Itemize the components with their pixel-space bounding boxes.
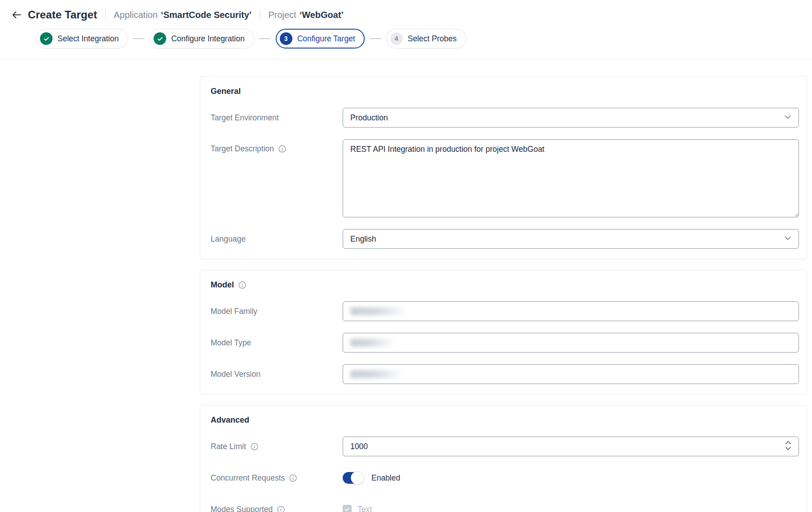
- info-icon[interactable]: [250, 442, 259, 451]
- step-label: Configure Target: [297, 34, 355, 44]
- mode-text-checkbox[interactable]: [343, 505, 352, 512]
- step-connector: [133, 38, 145, 39]
- breadcrumb-application: Application ‘SmartCode Security’: [114, 10, 252, 20]
- model-family-input[interactable]: [343, 301, 799, 321]
- step-label: Select Probes: [408, 34, 457, 44]
- breadcrumb-value: ‘SmartCode Security’: [161, 10, 252, 20]
- redacted-value: [350, 339, 394, 347]
- language-value: English: [350, 234, 376, 244]
- language-row: Language English: [211, 229, 798, 249]
- redacted-value: [350, 370, 403, 378]
- wizard-stepper: Select Integration Configure Integration…: [36, 29, 801, 49]
- step-label: Configure Integration: [171, 34, 244, 44]
- page-header: Create Target Application ‘SmartCode Sec…: [0, 0, 812, 60]
- model-type-row: Model Type: [211, 333, 798, 353]
- breadcrumb-prefix: Application: [114, 10, 158, 20]
- chevron-down-icon: [783, 234, 792, 245]
- step-select-integration[interactable]: Select Integration: [36, 29, 128, 49]
- breadcrumb-prefix: Project: [268, 10, 296, 20]
- concurrent-requests-toggle[interactable]: [343, 472, 363, 484]
- step-connector: [259, 38, 271, 39]
- modes-supported-label: Modes Supported: [211, 505, 343, 512]
- general-section-title: General: [211, 87, 241, 96]
- target-description-textarea[interactable]: REST API Integration in production for p…: [343, 139, 799, 217]
- modes-supported-cell: Text: [343, 505, 798, 512]
- step-label: Select Integration: [57, 34, 119, 44]
- model-family-label: Model Family: [211, 307, 343, 316]
- concurrent-requests-label: Concurrent Requests: [211, 473, 343, 483]
- step-number-badge: 4: [390, 32, 403, 45]
- page-title: Create Target: [28, 9, 97, 21]
- step-complete-check-icon: [40, 32, 53, 45]
- step-complete-check-icon: [154, 32, 166, 45]
- advanced-section-card: Advanced Rate Limit 1000 Concurrent Requ…: [200, 405, 807, 512]
- back-button[interactable]: [9, 7, 24, 22]
- advanced-section-title: Advanced: [211, 415, 249, 425]
- modes-supported-row: Modes Supported Text: [211, 499, 798, 512]
- info-icon[interactable]: [238, 281, 247, 289]
- model-family-row: Model Family: [211, 301, 798, 321]
- rate-limit-input[interactable]: 1000: [343, 437, 799, 456]
- model-version-input[interactable]: [343, 364, 799, 384]
- target-environment-value: Production: [350, 113, 388, 123]
- language-select[interactable]: English: [343, 229, 799, 249]
- toggle-knob: [351, 471, 364, 485]
- rate-limit-label: Rate Limit: [211, 442, 343, 451]
- target-environment-label: Target Environment: [211, 113, 343, 123]
- model-section-card: Model Model Family Model Type Model Ver: [200, 270, 807, 394]
- rate-limit-value: 1000: [350, 442, 368, 451]
- model-type-label: Model Type: [211, 338, 343, 348]
- concurrent-requests-row: Concurrent Requests Enabled: [211, 468, 798, 488]
- target-environment-select[interactable]: Production: [343, 108, 799, 128]
- concurrent-requests-cell: Enabled: [343, 472, 798, 484]
- arrow-left-icon: [11, 9, 22, 21]
- create-target-form: General Target Environment Production Ta…: [0, 60, 812, 512]
- header-top-row: Create Target Application ‘SmartCode Sec…: [9, 7, 801, 22]
- target-description-row: Target Description REST API Integration …: [211, 139, 798, 217]
- target-environment-row: Target Environment Production: [211, 108, 798, 128]
- step-connector: [370, 38, 381, 39]
- model-section-title: Model: [211, 280, 234, 290]
- model-version-row: Model Version: [211, 364, 798, 384]
- redacted-value: [350, 307, 408, 315]
- target-description-label: Target Description: [211, 139, 343, 154]
- breadcrumb-project: Project ‘WebGoat’: [268, 10, 344, 20]
- step-configure-target[interactable]: 3 Configure Target: [276, 29, 365, 49]
- toggle-state-text: Enabled: [371, 473, 400, 483]
- general-section-card: General Target Environment Production Ta…: [200, 76, 807, 259]
- mode-text-label: Text: [357, 505, 372, 512]
- rate-limit-row: Rate Limit 1000: [211, 437, 798, 456]
- info-icon[interactable]: [277, 505, 285, 512]
- language-label: Language: [211, 234, 343, 244]
- breadcrumb-value: ‘WebGoat’: [300, 10, 344, 20]
- step-select-probes[interactable]: 4 Select Probes: [386, 29, 466, 49]
- number-stepper-icon[interactable]: [784, 439, 792, 454]
- model-version-label: Model Version: [211, 370, 343, 379]
- chevron-down-icon: [783, 112, 792, 124]
- info-icon[interactable]: [278, 145, 287, 153]
- info-icon[interactable]: [289, 474, 297, 482]
- step-configure-integration[interactable]: Configure Integration: [150, 29, 254, 49]
- model-type-input[interactable]: [343, 333, 799, 353]
- step-number-badge: 3: [280, 32, 292, 45]
- header-divider: [260, 9, 260, 21]
- header-divider: [105, 9, 106, 21]
- checkbox-check-icon: [344, 506, 350, 512]
